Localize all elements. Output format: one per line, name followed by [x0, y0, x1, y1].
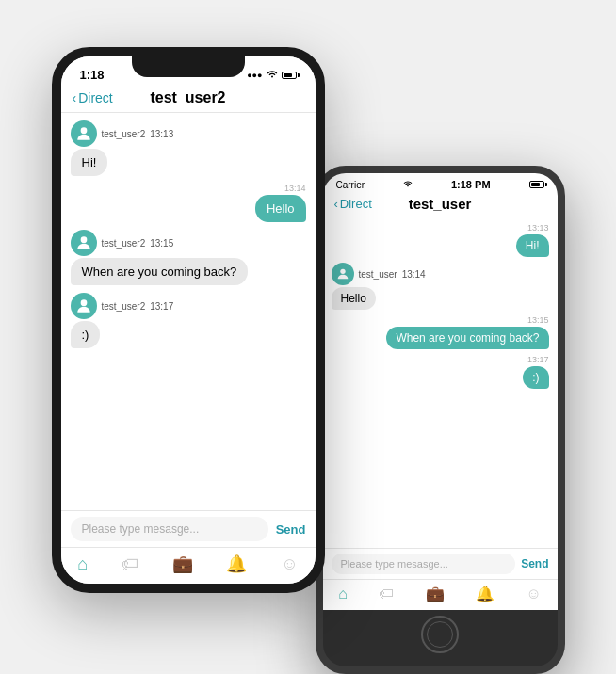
back-button[interactable]: ‹ Direct — [73, 90, 113, 105]
svg-point-3 — [340, 269, 345, 274]
scene: 1:18 ●●● ‹ Direct test_user2 — [0, 0, 616, 674]
msg-sender: test_user2 — [102, 301, 146, 312]
msg-time-header: 13:14 — [284, 184, 306, 193]
nav-bar: ‹ Direct test_user2 — [61, 86, 316, 113]
message-row: test_user2 13:13 Hi! — [71, 120, 306, 176]
tab-face[interactable]: ☺ — [281, 554, 298, 574]
svg-point-1 — [80, 236, 87, 243]
input-bar: Please type mesasge... Send — [61, 510, 316, 547]
tab-bell[interactable]: 🔔 — [226, 554, 247, 574]
carrier-label: Carrier — [336, 180, 365, 190]
chat-area-small: 13:13 Hi! test_user 13:14 Hello — [323, 217, 558, 548]
tab-tag[interactable]: 🏷 — [122, 554, 138, 574]
msg-meta: test_user2 13:17 — [71, 293, 174, 319]
message-row: 13:17 :) — [332, 355, 549, 389]
msg-meta: test_user2 13:15 — [71, 230, 174, 256]
msg-sender: test_user2 — [102, 129, 146, 139]
msg-bubble: :) — [71, 321, 101, 348]
msg-time-header: 13:15 — [527, 315, 549, 325]
msg-time: 13:13 — [150, 129, 173, 139]
message-row: 13:15 When are you coming back? — [332, 315, 549, 349]
large-screen: 1:18 ●●● ‹ Direct test_user2 — [61, 56, 316, 584]
message-row: 13:13 Hi! — [332, 223, 549, 257]
small-screen: Carrier 1:18 PM ‹ Direct test_user — [323, 173, 558, 610]
nav-bar-small: ‹ Direct test_user — [323, 193, 558, 217]
msg-time-header: 13:17 — [527, 355, 549, 364]
msg-time-header: 13:13 — [527, 223, 549, 233]
msg-bubble: Hi! — [71, 149, 108, 176]
status-icons-small — [529, 181, 544, 188]
status-time: 1:18 — [80, 68, 105, 82]
avatar — [71, 120, 97, 147]
back-label-small: Direct — [340, 197, 372, 211]
msg-bubble: :) — [523, 366, 548, 389]
nav-title-small: test_user — [409, 196, 472, 212]
tab-bar-small: ⌂ 🏷 💼 🔔 ☺ — [323, 579, 558, 610]
notch — [132, 56, 245, 77]
tab-tag-small[interactable]: 🏷 — [379, 586, 394, 602]
msg-bubble: Hello — [255, 195, 306, 222]
signal-icon: ●●● — [247, 71, 262, 80]
tab-home-small[interactable]: ⌂ — [338, 586, 348, 602]
message-input[interactable]: Please type mesasge... — [71, 517, 268, 541]
message-row: test_user 13:14 Hello — [332, 263, 549, 310]
chat-area: test_user2 13:13 Hi! 13:14 Hello — [61, 113, 316, 510]
tab-bag-small[interactable]: 💼 — [426, 585, 445, 602]
wifi-icon-small — [403, 180, 413, 190]
back-button-small[interactable]: ‹ Direct — [334, 197, 372, 211]
home-button-inner — [427, 621, 453, 648]
message-input-small[interactable]: Please type mesasge... — [332, 554, 516, 574]
small-phone: Carrier 1:18 PM ‹ Direct test_user — [316, 166, 565, 674]
msg-bubble: Hello — [332, 287, 376, 310]
message-row: 13:14 Hello — [71, 184, 306, 222]
message-row: test_user2 13:15 When are you coming bac… — [71, 230, 306, 285]
tab-bell-small[interactable]: 🔔 — [476, 585, 494, 602]
msg-bubble: Hi! — [516, 234, 549, 257]
chevron-left-icon-small: ‹ — [334, 197, 338, 211]
wifi-icon — [267, 70, 278, 81]
tab-bag[interactable]: 💼 — [172, 554, 193, 574]
nav-title: test_user2 — [150, 89, 225, 106]
svg-point-0 — [80, 127, 87, 134]
status-time-small: 1:18 PM — [451, 179, 491, 190]
input-bar-small: Please type mesasge... Send — [323, 548, 558, 579]
tab-bar: ⌂ 🏷 💼 🔔 ☺ — [61, 547, 316, 584]
msg-sender-small: test_user — [359, 269, 397, 280]
send-button-small[interactable]: Send — [521, 557, 548, 570]
avatar — [71, 230, 97, 256]
back-label: Direct — [78, 90, 113, 105]
large-phone: 1:18 ●●● ‹ Direct test_user2 — [52, 47, 325, 593]
tab-face-small[interactable]: ☺ — [526, 586, 541, 602]
tab-home[interactable]: ⌂ — [77, 554, 88, 574]
svg-point-2 — [80, 299, 87, 306]
msg-time: 13:17 — [150, 301, 173, 312]
status-bar-small: Carrier 1:18 PM — [323, 173, 558, 193]
msg-time: 13:15 — [150, 238, 173, 249]
msg-sender: test_user2 — [102, 238, 146, 249]
message-row: test_user2 13:17 :) — [71, 293, 306, 348]
avatar-small — [332, 263, 354, 285]
chevron-left-icon: ‹ — [73, 90, 77, 105]
battery-icon — [282, 70, 297, 81]
status-icons: ●●● — [247, 70, 296, 81]
msg-time-small: 13:14 — [402, 269, 426, 280]
msg-bubble: When are you coming back? — [71, 258, 249, 285]
send-button[interactable]: Send — [276, 522, 306, 537]
msg-meta: test_user 13:14 — [332, 263, 426, 285]
avatar — [71, 293, 97, 319]
msg-meta: test_user2 13:13 — [71, 120, 174, 147]
home-button[interactable] — [421, 616, 459, 653]
msg-bubble: When are you coming back? — [386, 327, 548, 349]
